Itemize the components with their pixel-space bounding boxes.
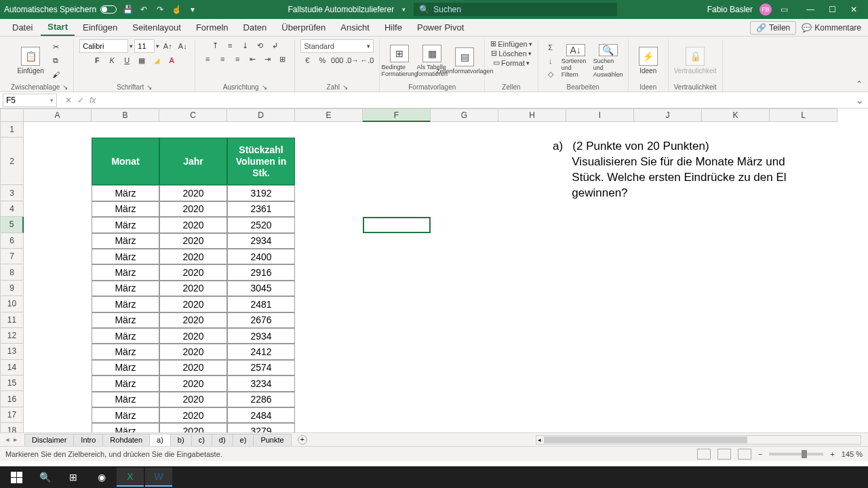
name-box[interactable]: F5▾	[3, 94, 57, 107]
table-cell[interactable]: März	[92, 328, 159, 344]
row-header-18[interactable]: 18	[0, 423, 24, 432]
task-view-icon[interactable]: ⊞	[60, 468, 87, 487]
decrease-decimal-icon[interactable]: ←.0	[360, 54, 374, 66]
row-header-1[interactable]: 1	[0, 122, 24, 138]
table-cell[interactable]: 2361	[227, 201, 295, 217]
align-top-icon[interactable]: ⤒	[208, 39, 222, 52]
dialog-launcher-icon[interactable]: ↘	[146, 83, 152, 91]
table-cell[interactable]: 2484	[227, 407, 295, 423]
formula-input[interactable]	[101, 94, 851, 107]
row-header-12[interactable]: 12	[0, 328, 24, 344]
underline-button[interactable]: U	[120, 54, 134, 66]
table-cell[interactable]: 2020	[159, 264, 227, 280]
table-cell[interactable]: März	[92, 423, 159, 432]
table-cell[interactable]: 2020	[159, 185, 227, 201]
sheet-tab[interactable]: Punkte	[253, 434, 291, 446]
number-format-combo[interactable]: Standard▾	[300, 39, 374, 53]
row-header-5[interactable]: 5	[0, 217, 24, 232]
table-cell[interactable]: 3192	[227, 185, 295, 201]
table-cell[interactable]: 2020	[159, 201, 227, 217]
format-cells-button[interactable]: ▭ Format ▾	[493, 58, 530, 67]
selected-cell[interactable]	[363, 217, 431, 232]
align-center-icon[interactable]: ≡	[216, 53, 229, 65]
col-header-E[interactable]: E	[295, 108, 363, 122]
fill-color-icon[interactable]: ◢	[150, 54, 163, 66]
table-cell[interactable]: März	[92, 312, 159, 328]
table-cell[interactable]: März	[92, 344, 159, 359]
cell-styles-button[interactable]: ▤Zellenformatvorlagen	[450, 45, 479, 77]
delete-cells-button[interactable]: ⊟ Löschen ▾	[491, 49, 532, 58]
row-header-16[interactable]: 16	[0, 391, 24, 407]
table-cell[interactable]: 2676	[227, 312, 295, 328]
table-cell[interactable]: 2020	[159, 217, 227, 232]
font-color-icon[interactable]: A	[165, 54, 178, 66]
table-cell[interactable]: 2020	[159, 423, 227, 432]
toggle-icon[interactable]	[100, 5, 117, 14]
fx-icon[interactable]: fx	[90, 96, 96, 105]
align-middle-icon[interactable]: ≡	[223, 39, 237, 52]
row-header-14[interactable]: 14	[0, 360, 24, 375]
decrease-font-icon[interactable]: A↓	[176, 40, 189, 52]
align-left-icon[interactable]: ≡	[201, 53, 214, 65]
ideas-button[interactable]: ⚡Ideen	[634, 45, 663, 77]
ribbon-tab-start[interactable]: Start	[41, 19, 75, 36]
borders-icon[interactable]: ▦	[135, 54, 149, 66]
table-cell[interactable]: 2020	[159, 281, 227, 296]
table-cell[interactable]: 3234	[227, 375, 295, 391]
row-header-6[interactable]: 6	[0, 233, 24, 249]
wrap-text-icon[interactable]: ↲	[268, 39, 281, 52]
insert-cells-button[interactable]: ⊞ Einfügen ▾	[490, 39, 532, 48]
close-button[interactable]: ✕	[844, 3, 864, 16]
new-sheet-icon[interactable]: +	[298, 435, 307, 445]
find-select-button[interactable]: 🔍Suchen und Auswählen	[594, 45, 623, 77]
window-mode-icon[interactable]: ▭	[778, 4, 789, 15]
table-cell[interactable]: 2020	[159, 312, 227, 328]
clear-icon[interactable]: ◇	[544, 68, 557, 81]
table-cell[interactable]: 2916	[227, 264, 295, 280]
table-cell[interactable]: 2020	[159, 249, 227, 264]
comments-button[interactable]: 💬Kommentare	[802, 23, 861, 33]
row-header-7[interactable]: 7	[0, 249, 24, 264]
page-layout-view-icon[interactable]	[717, 449, 731, 460]
ribbon-tab-daten[interactable]: Daten	[237, 20, 274, 35]
ribbon-tab-überprüfen[interactable]: Überprüfen	[275, 20, 332, 35]
cut-icon[interactable]: ✂	[49, 41, 62, 54]
col-header-I[interactable]: I	[566, 108, 634, 122]
ribbon-tab-einfügen[interactable]: Einfügen	[76, 20, 124, 35]
search-box[interactable]: 🔍 Suchen	[414, 3, 617, 16]
row-header-10[interactable]: 10	[0, 296, 24, 312]
table-cell[interactable]: März	[92, 233, 159, 249]
undo-icon[interactable]: ↶	[138, 4, 149, 15]
table-cell[interactable]: 2020	[159, 360, 227, 375]
row-header-15[interactable]: 15	[0, 375, 24, 391]
table-cell[interactable]: 2020	[159, 296, 227, 312]
accept-formula-icon[interactable]: ✓	[77, 96, 84, 105]
table-cell[interactable]: 2020	[159, 344, 227, 359]
table-header-cell[interactable]: Stückzahl Volumen in Stk.	[227, 138, 295, 185]
table-cell[interactable]: März	[92, 360, 159, 375]
dialog-launcher-icon[interactable]: ↘	[262, 83, 267, 91]
table-cell[interactable]: 2520	[227, 217, 295, 232]
table-header-cell[interactable]: Monat	[92, 138, 159, 185]
row-header-2[interactable]: 2	[0, 138, 24, 185]
cancel-formula-icon[interactable]: ✕	[65, 96, 72, 105]
sheet-next-icon[interactable]: ▸	[14, 435, 18, 444]
table-cell[interactable]: 2020	[159, 233, 227, 249]
sheet-tab[interactable]: b)	[170, 434, 192, 446]
autosave-toggle[interactable]: Automatisches Speichern	[4, 5, 117, 14]
increase-decimal-icon[interactable]: .0→	[345, 54, 359, 66]
ribbon-tab-formeln[interactable]: Formeln	[189, 20, 235, 35]
row-header-17[interactable]: 17	[0, 407, 24, 423]
dialog-launcher-icon[interactable]: ↘	[342, 83, 348, 91]
table-cell[interactable]: März	[92, 375, 159, 391]
table-cell[interactable]: März	[92, 407, 159, 423]
ribbon-tab-seitenlayout[interactable]: Seitenlayout	[125, 20, 188, 35]
sheet-prev-icon[interactable]: ◂	[5, 435, 9, 444]
table-cell[interactable]: 2412	[227, 344, 295, 359]
conditional-format-button[interactable]: ⊞Bedingte Formatierung	[385, 45, 414, 77]
redo-icon[interactable]: ↷	[155, 4, 165, 15]
increase-indent-icon[interactable]: ⇥	[260, 53, 274, 65]
table-cell[interactable]: 2934	[227, 233, 295, 249]
dialog-launcher-icon[interactable]: ↘	[62, 83, 68, 91]
sheet-tab[interactable]: e)	[233, 434, 254, 446]
